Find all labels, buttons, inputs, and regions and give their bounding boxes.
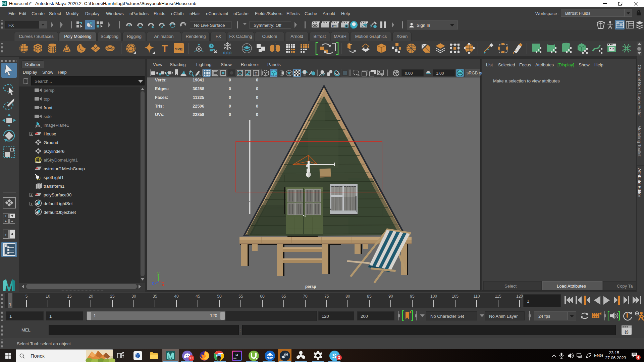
svg-text:svg: svg — [175, 46, 182, 51]
svg-text:{;}: {;} — [625, 330, 629, 334]
svg-text:z: z — [152, 281, 154, 286]
svg-text:T: T — [162, 43, 168, 54]
svg-text:ON: ON — [458, 72, 462, 75]
svg-text:0,0,0: 0,0,0 — [223, 51, 231, 55]
svg-text:T: T — [255, 71, 257, 75]
svg-text:y: y — [157, 271, 160, 276]
svg-text:S: S — [332, 352, 336, 360]
svg-text:x: x — [162, 283, 164, 287]
svg-text:MAYA: MAYA — [168, 359, 172, 360]
svg-text:IJ: IJ — [235, 353, 238, 357]
svg-text:IPR: IPR — [332, 24, 337, 27]
